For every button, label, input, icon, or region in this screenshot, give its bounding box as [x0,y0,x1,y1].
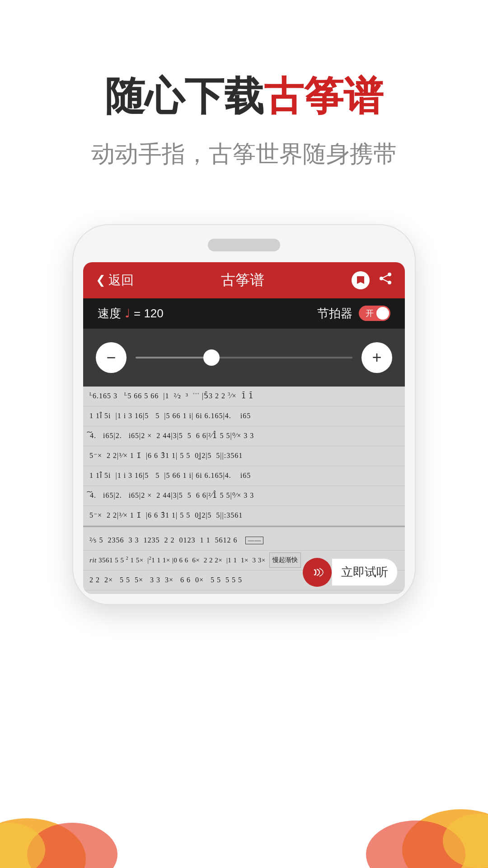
svg-line-10 [381,278,389,283]
music-note-icon: ♩ [125,307,130,321]
share-icon[interactable] [379,272,392,289]
speed-section: 速度 ♩ = 120 [98,306,164,321]
phone-mockup: ❮ 返回 古筝谱 [72,224,416,605]
main-title: 随心下载古筝谱 [0,72,488,120]
score-row-8: ²⁄₅ 5 2356 3 3 1235 2 2 0123 1 1 5612 6 … [83,531,405,551]
score-row-1: L6.165 3 L5 66 5 66 |1 ²⁄₂ ³ ᵛᵛᵛ |5̄3 2 … [83,387,405,406]
score-row-5: 1 1i̊ 5i |1 i 3 16|5 5 |5 66 1 i| 6i 6.1… [83,466,405,486]
bookmark-icon[interactable] [352,271,370,289]
main-title-part2: 古筝谱 [264,74,383,118]
tempo-slider-area: − + [83,329,405,387]
speed-value: = 120 [134,307,164,321]
plus-icon: + [372,348,381,367]
tempo-decrease-button[interactable]: − [96,342,127,373]
sub-title: 动动手指，古筝世界随身携带 [0,138,488,170]
score-row-6: ͠4. i65|2. i65|2 × 2 44|3|5 5 6 6|²⁄1̂ 5… [83,486,405,506]
score-row-4: 5⁻× 2 2|³⁄× 1 1̄ |6 6 3̂1 1| 5 5 0|̤2|5 … [83,446,405,466]
phone-screen: ❮ 返回 古筝谱 [83,262,405,594]
minus-icon: − [106,348,116,367]
app-header-bar: ❮ 返回 古筝谱 [83,262,405,298]
back-button[interactable]: ❮ 返回 [96,272,134,289]
phone-outer: ❮ 返回 古筝谱 [72,224,416,605]
score-annotation: 慢起渐快 [269,552,301,568]
metronome-label: 节拍器 [317,306,352,321]
toggle-on-label: 开 [366,308,374,319]
decoration-blob-right [352,750,488,868]
slider-thumb[interactable] [203,349,220,366]
speed-text: 速度 [98,306,121,321]
score-row-3: ͠4. i65|2. i65|2 × 2 44|3|5 5 6 6|²⁄1̂ 5… [83,426,405,446]
header-icons [352,271,392,289]
score-row-7: 5⁻× 2 2|³⁄× 1 1̄ |6 6 3̂1 1| 5 5 0|̤2|5 … [83,506,405,526]
music-score-area: L6.165 3 L5 66 5 66 |1 ²⁄₂ ³ ᵛᵛᵛ |5̄3 2 … [83,387,405,526]
header-section: 随心下载古筝谱 动动手指，古筝世界随身携带 [0,0,488,197]
slider-fill [136,357,211,359]
score-row-2: 1 1i̊ 5i |1 i 3 16|5 5 |5 66 1 i| 6i 6.1… [83,406,405,426]
phone-speaker [208,239,280,251]
bottom-score-area: ²⁄₅ 5 2356 3 3 1235 2 2 0123 1 1 5612 6 … [83,526,405,594]
tempo-slider-track[interactable] [136,357,352,359]
svg-line-9 [381,274,389,278]
speed-metronome-bar: 速度 ♩ = 120 节拍器 开 [83,298,405,329]
metronome-toggle[interactable]: 开 [359,306,390,321]
main-title-part1: 随心下载 [105,74,264,118]
svg-point-11 [311,566,324,579]
listen-floating-button[interactable]: 立即试听 [303,558,398,587]
page-title: 古筝谱 [221,270,264,290]
decoration-blob-left [0,769,136,868]
metronome-section: 节拍器 开 [317,306,390,321]
listen-audio-icon[interactable] [303,558,332,587]
chevron-left-icon: ❮ [96,273,106,287]
tempo-increase-button[interactable]: + [361,342,392,373]
toggle-knob [376,307,389,320]
back-label: 返回 [108,272,134,289]
listen-label[interactable]: 立即试听 [332,558,398,586]
